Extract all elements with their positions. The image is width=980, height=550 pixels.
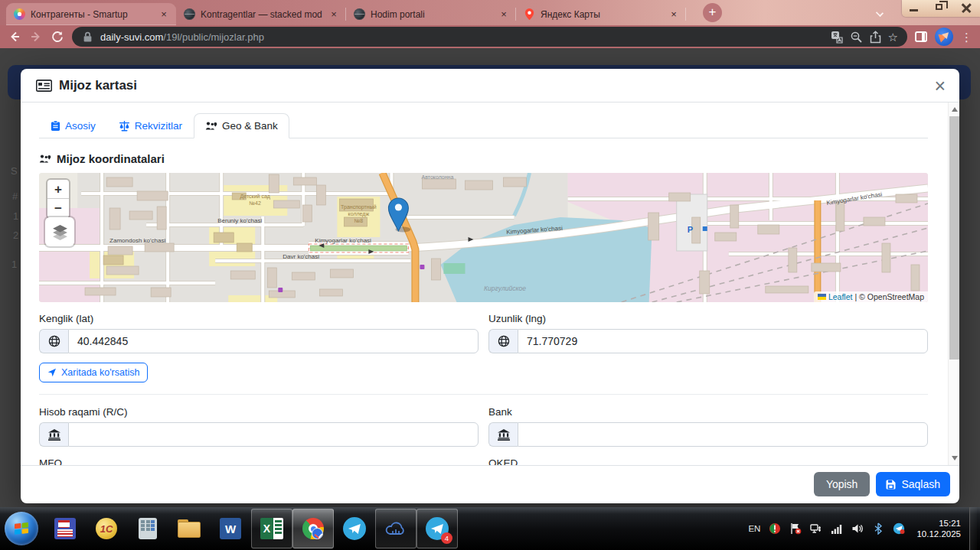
map-zoom-in-button[interactable]: + <box>47 180 69 199</box>
leaflet-map[interactable]: Kimyogarlar ko'chasi Kimyogarlar ko'chas… <box>39 173 928 302</box>
map-layers-control[interactable] <box>45 217 74 246</box>
bank-addon-icon <box>488 422 518 447</box>
reload-button[interactable] <box>51 30 64 44</box>
taskbar-chrome[interactable] <box>292 509 334 548</box>
window-restore-button[interactable] <box>928 0 954 17</box>
lat-label: Kenglik (lat) <box>39 313 479 324</box>
mijoz-kartasi-modal: Mijoz kartasi × Asosiy Rekvizitlar <box>21 69 959 503</box>
oked-label: OKED <box>488 457 928 465</box>
new-tab-button[interactable]: + <box>703 3 722 22</box>
scrollbar-down-icon[interactable] <box>952 456 958 461</box>
browser-tab-kontragentlar[interactable]: Kontragentlar — stacked modal ( × <box>176 3 346 25</box>
taskbar-explorer[interactable] <box>168 509 210 548</box>
lng-input[interactable] <box>518 329 928 353</box>
tab-rekvizitlar[interactable]: Rekvizitlar <box>107 113 194 138</box>
scrollbar-up-icon[interactable] <box>952 107 958 112</box>
word-icon: W <box>220 518 241 539</box>
bookmark-star-icon[interactable]: ☆ <box>888 31 898 43</box>
behind-footer: 1 <box>11 259 17 270</box>
zoom-page-icon[interactable] <box>850 31 863 44</box>
tab-geo-bank[interactable]: Geo & Bank <box>194 113 289 138</box>
lock-icon <box>81 31 94 44</box>
bluetooth-icon[interactable] <box>872 522 884 535</box>
tab-close-icon[interactable]: × <box>668 8 680 21</box>
save-floppy-icon <box>886 480 896 490</box>
saqlash-button[interactable]: Saqlash <box>876 472 950 496</box>
taskbar-excel[interactable]: X <box>251 509 292 548</box>
map-poi-label: Детский сад <box>240 194 270 200</box>
network-plug-icon[interactable] <box>810 522 822 535</box>
tray-clock[interactable]: 15:21 10.12.2025 <box>916 518 961 539</box>
share-icon[interactable] <box>869 31 882 44</box>
show-on-map-button[interactable]: Xaritada ko'rsatish <box>39 363 148 382</box>
taskbar-1c-app[interactable]: 1С <box>86 509 127 548</box>
yandex-maps-pin-icon <box>524 8 535 20</box>
browser-tab-hodim-portali[interactable]: Hodim portali × <box>346 3 516 25</box>
taskbar-cloud-app[interactable] <box>375 509 416 548</box>
show-desktop-button[interactable] <box>969 507 977 550</box>
account-input[interactable] <box>68 422 479 447</box>
tab-label: Geo & Bank <box>222 120 278 132</box>
clipboard-icon <box>51 120 60 132</box>
map-poi-label: №42 <box>250 200 261 206</box>
speaker-icon[interactable] <box>851 522 864 535</box>
leaflet-link[interactable]: Leaflet <box>828 292 853 301</box>
tab-close-icon[interactable]: × <box>328 8 340 21</box>
folder-icon <box>178 519 201 538</box>
start-button[interactable] <box>5 512 38 545</box>
modal-scrollbar[interactable] <box>948 103 959 465</box>
address-bar[interactable]: daily-suvi.com/19l/public/mijozlar.php ☆ <box>72 27 907 47</box>
browser-toolbar: daily-suvi.com/19l/public/mijozlar.php ☆… <box>0 25 980 48</box>
back-button[interactable] <box>8 30 21 44</box>
antivirus-alert-icon[interactable] <box>769 522 781 535</box>
taskbar-calculator[interactable] <box>127 509 168 548</box>
scrollbar-thumb[interactable] <box>949 116 959 360</box>
scales-icon <box>119 121 130 132</box>
browser-tab-yandex-maps[interactable]: Яндекс Карты × <box>516 3 686 25</box>
floppy-app-icon <box>54 518 76 539</box>
tab-title: Яндекс Карты <box>541 9 662 20</box>
signal-bars-icon[interactable] <box>831 522 843 535</box>
browser-tab-kontragenty[interactable]: Контрагенты - Smartup × <box>6 3 176 25</box>
map-poi-label: колледж <box>348 211 370 217</box>
window-close-button[interactable] <box>954 0 980 17</box>
tab-asosiy[interactable]: Asosiy <box>39 113 107 138</box>
tab-close-icon[interactable]: × <box>498 8 510 21</box>
chrome-profile-badge <box>312 528 323 539</box>
browser-menu-icon[interactable]: ⋮ <box>961 31 972 43</box>
map-street-label: Davr ko'chasi <box>283 253 319 260</box>
modal-close-icon[interactable]: × <box>934 78 946 93</box>
notification-badge: 4 <box>441 532 452 544</box>
bank-addon-icon <box>39 422 68 447</box>
language-indicator[interactable]: EN <box>748 524 760 533</box>
bank-input[interactable] <box>518 422 928 447</box>
map-canvas: Kimyogarlar ko'chasi Kimyogarlar ko'chas… <box>39 173 928 302</box>
tab-search-chevron-icon[interactable] <box>871 4 890 22</box>
behind-row: 1 <box>13 210 18 222</box>
yopish-button[interactable]: Yopish <box>814 472 871 496</box>
taskbar-telegram[interactable] <box>334 509 375 548</box>
behind-row: 2 <box>13 229 18 241</box>
telegram-tray-icon[interactable] <box>893 522 905 535</box>
window-minimize-button[interactable] <box>902 0 928 17</box>
taskbar-telegram-2[interactable]: 4 <box>416 509 458 548</box>
map-lake-label: Киргулийское <box>484 285 526 292</box>
map-street-label: Zamondosh ko'chasi <box>109 237 165 244</box>
tab-label: Asosiy <box>65 120 96 132</box>
tab-title: Hodim portali <box>371 9 492 20</box>
side-panel-icon[interactable] <box>915 31 927 42</box>
section-title: Mijoz koordinatalari <box>39 152 928 165</box>
lat-input[interactable] <box>68 329 479 353</box>
translate-icon[interactable] <box>831 31 844 44</box>
id-card-icon <box>36 80 52 92</box>
action-center-flag-icon[interactable] <box>789 522 802 535</box>
forward-button[interactable] <box>29 30 43 44</box>
map-street-label: Beruniy ko'chasi <box>217 217 262 224</box>
globe-favicon-icon <box>354 8 365 20</box>
taskbar-save-app[interactable] <box>44 509 86 548</box>
map-zoom-out-button[interactable]: − <box>47 199 69 218</box>
taskbar-word[interactable]: W <box>210 509 251 548</box>
profile-avatar[interactable] <box>935 28 953 46</box>
tab-close-icon[interactable]: × <box>158 8 170 21</box>
osm-link[interactable]: OpenStreetMap <box>867 292 924 301</box>
